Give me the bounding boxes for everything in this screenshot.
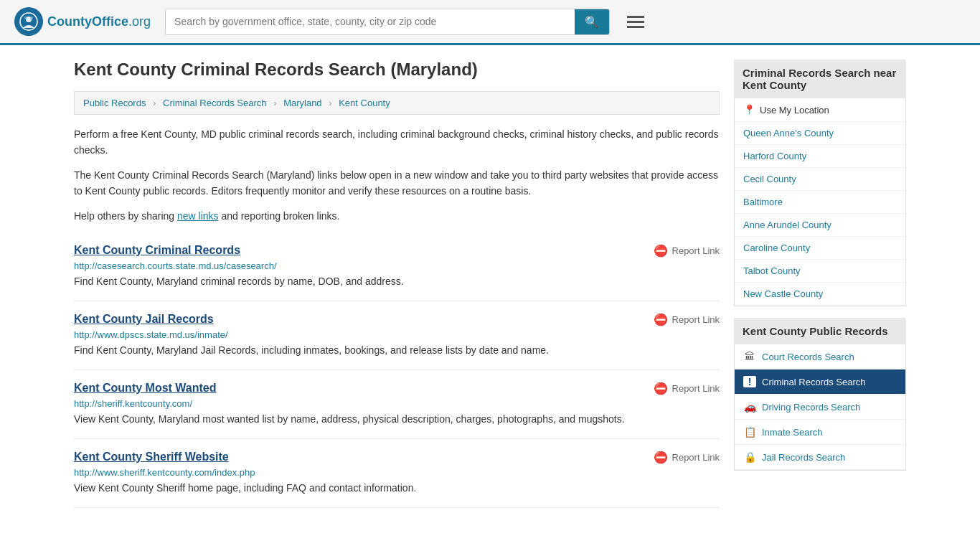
report-icon-2: ⛔ [654, 382, 668, 395]
sidebar-nearby-section: Criminal Records Search near Kent County… [734, 60, 906, 306]
report-label-1: Report Link [672, 314, 720, 325]
public-record-icon-4: 🔒 [743, 451, 756, 463]
nearby-link-1[interactable]: Harford County [735, 145, 905, 168]
breadcrumb-kent-county[interactable]: Kent County [339, 98, 390, 108]
logo-icon [14, 7, 43, 36]
menu-icon-bar [627, 26, 644, 28]
menu-icon-bar [627, 21, 644, 23]
breadcrumb-sep-1: › [153, 98, 156, 108]
report-link-0[interactable]: ⛔ Report Link [654, 244, 720, 258]
main-container: Kent County Criminal Records Search (Mar… [60, 45, 920, 522]
report-label-0: Report Link [672, 245, 720, 256]
location-icon: 📍 [743, 104, 755, 116]
search-bar: 🔍 [165, 9, 610, 35]
report-label-3: Report Link [672, 452, 720, 463]
record-title-2[interactable]: Kent County Most Wanted [74, 382, 217, 395]
description-3: Help others by sharing new links and rep… [74, 208, 720, 224]
search-input[interactable] [166, 9, 575, 34]
breadcrumb-sep-3: › [329, 98, 331, 108]
record-entry: Kent County Jail Records ⛔ Report Link h… [74, 301, 720, 370]
public-record-icon-2: 🚗 [743, 401, 756, 413]
nearby-link-5[interactable]: Caroline County [735, 237, 905, 260]
public-record-label-4: Jail Records Search [762, 452, 845, 463]
sidebar-nearby-links: 📍 Use My Location Queen Anne's CountyHar… [734, 98, 906, 306]
report-link-3[interactable]: ⛔ Report Link [654, 451, 720, 464]
report-link-1[interactable]: ⛔ Report Link [654, 313, 720, 326]
public-record-link-0[interactable]: 🏛Court Records Search [735, 344, 905, 369]
public-records-container: 🏛Court Records Search!Criminal Records S… [735, 344, 905, 470]
menu-icon-bar [627, 16, 644, 18]
public-record-icon-0: 🏛 [743, 351, 756, 362]
public-record-label-2: Driving Records Search [762, 402, 860, 413]
public-record-label-0: Court Records Search [762, 352, 854, 362]
record-title-1[interactable]: Kent County Jail Records [74, 313, 214, 326]
report-link-2[interactable]: ⛔ Report Link [654, 382, 720, 395]
nearby-link-6[interactable]: Talbot County [735, 260, 905, 283]
public-record-link-3[interactable]: 📋Inmate Search [735, 420, 905, 445]
description-2: The Kent County Criminal Records Search … [74, 167, 720, 199]
record-header: Kent County Criminal Records ⛔ Report Li… [74, 244, 720, 258]
record-header: Kent County Sheriff Website ⛔ Report Lin… [74, 451, 720, 464]
nearby-link-4[interactable]: Anne Arundel County [735, 214, 905, 237]
report-label-2: Report Link [672, 383, 720, 394]
records-container: Kent County Criminal Records ⛔ Report Li… [74, 232, 720, 508]
public-record-link-1[interactable]: !Criminal Records Search [735, 369, 905, 395]
report-icon-3: ⛔ [654, 451, 668, 464]
record-entry: Kent County Sheriff Website ⛔ Report Lin… [74, 439, 720, 508]
sidebar-nearby-title: Criminal Records Search near Kent County [734, 60, 906, 98]
record-header: Kent County Most Wanted ⛔ Report Link [74, 382, 720, 395]
report-icon-0: ⛔ [654, 244, 668, 258]
record-desc-2: View Kent County, Maryland most wanted l… [74, 412, 720, 427]
record-url-0: http://casesearch.courts.state.md.us/cas… [74, 260, 720, 271]
search-button[interactable]: 🔍 [575, 9, 609, 34]
record-entry: Kent County Most Wanted ⛔ Report Link ht… [74, 370, 720, 439]
record-entry: Kent County Criminal Records ⛔ Report Li… [74, 232, 720, 301]
public-record-label-1: Criminal Records Search [762, 377, 866, 387]
record-url-2: http://sheriff.kentcounty.com/ [74, 398, 720, 409]
header: CountyOffice.org 🔍 [0, 0, 980, 45]
description-1: Perform a free Kent County, MD public cr… [74, 126, 720, 159]
public-record-icon-1: ! [743, 376, 756, 387]
nearby-link-3[interactable]: Baltimore [735, 191, 905, 214]
record-url-1: http://www.dpscs.state.md.us/inmate/ [74, 329, 720, 340]
public-record-label-3: Inmate Search [762, 427, 823, 438]
sidebar-public-records-links: 🏛Court Records Search!Criminal Records S… [734, 344, 906, 471]
record-title-0[interactable]: Kent County Criminal Records [74, 244, 240, 257]
nearby-link-2[interactable]: Cecil County [735, 168, 905, 191]
breadcrumb-public-records[interactable]: Public Records [83, 98, 146, 108]
nearby-link-0[interactable]: Queen Anne's County [735, 122, 905, 145]
search-icon: 🔍 [585, 16, 599, 28]
logo-link[interactable]: CountyOffice.org [14, 7, 151, 36]
sidebar-public-records-title: Kent County Public Records [734, 318, 906, 344]
breadcrumb-criminal-records[interactable]: Criminal Records Search [163, 98, 267, 108]
breadcrumb-maryland[interactable]: Maryland [283, 98, 321, 108]
logo-text: CountyOffice.org [47, 14, 151, 29]
public-record-link-2[interactable]: 🚗Driving Records Search [735, 395, 905, 420]
record-title-3[interactable]: Kent County Sheriff Website [74, 451, 229, 463]
breadcrumb-sep-2: › [273, 98, 276, 108]
nearby-link-7[interactable]: New Castle County [735, 283, 905, 306]
use-location-link[interactable]: 📍 Use My Location [735, 98, 905, 122]
sidebar-public-records-section: Kent County Public Records 🏛Court Record… [734, 318, 906, 471]
report-icon-1: ⛔ [654, 313, 668, 326]
sidebar: Criminal Records Search near Kent County… [734, 60, 906, 508]
record-url-3: http://www.sheriff.kentcounty.com/index.… [74, 467, 720, 478]
content-area: Kent County Criminal Records Search (Mar… [74, 60, 720, 508]
menu-button[interactable] [624, 13, 647, 31]
public-record-icon-3: 📋 [743, 426, 756, 438]
breadcrumb: Public Records › Criminal Records Search… [74, 91, 720, 115]
public-record-link-4[interactable]: 🔒Jail Records Search [735, 445, 905, 470]
record-header: Kent County Jail Records ⛔ Report Link [74, 313, 720, 326]
nearby-links-container: Queen Anne's CountyHarford CountyCecil C… [735, 122, 905, 306]
svg-point-2 [24, 17, 27, 19]
new-links-link[interactable]: new links [177, 210, 219, 222]
record-desc-0: Find Kent County, Maryland criminal reco… [74, 274, 720, 289]
svg-point-3 [30, 17, 33, 19]
record-desc-1: Find Kent County, Maryland Jail Records,… [74, 343, 720, 358]
page-title: Kent County Criminal Records Search (Mar… [74, 60, 720, 80]
record-desc-3: View Kent County Sheriff home page, incl… [74, 481, 720, 496]
